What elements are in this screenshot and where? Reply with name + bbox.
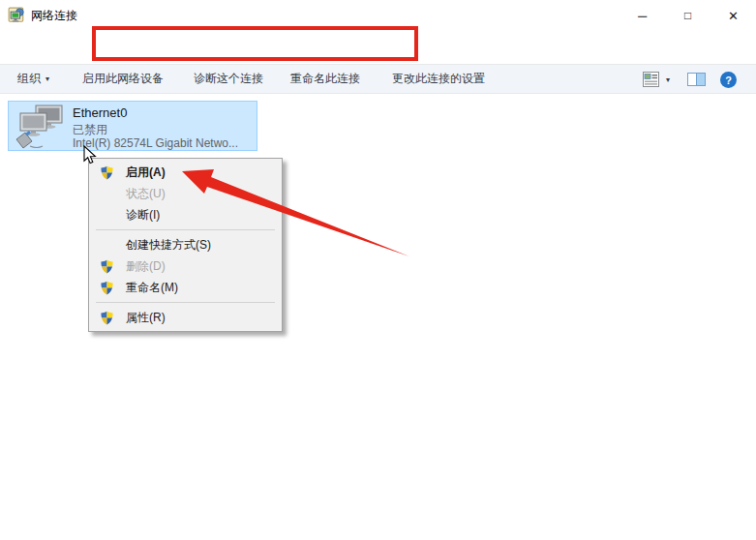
view-list-icon [643, 72, 659, 87]
change-view-button[interactable]: ▾ [643, 72, 670, 87]
rename-connection-button[interactable]: 重命名此连接 [290, 65, 360, 93]
disabled-network-adapter-icon [14, 105, 68, 149]
maximize-button[interactable]: □ [665, 0, 711, 31]
menu-icon-spacer [100, 207, 118, 223]
menu-separator [96, 302, 275, 303]
uac-shield-icon [100, 280, 118, 295]
network-connections-icon [8, 7, 25, 24]
menu-item-status: 状态(U) [89, 183, 282, 204]
menu-item-properties-label: 属性(R) [126, 310, 166, 326]
menu-item-delete-label: 删除(D) [126, 258, 166, 275]
menu-item-create-shortcut[interactable]: 创建快捷方式(S) [89, 234, 282, 255]
connection-adapter: Intel(R) 82574L Gigabit Netwo... [73, 136, 238, 150]
organize-caret-icon: ▾ [45, 75, 49, 83]
menu-icon-spacer [100, 237, 118, 253]
preview-pane-button[interactable] [687, 73, 706, 86]
command-bar: 组织▾ 启用此网络设备 诊断这个连接 重命名此连接 更改此连接的设置 ▾ ? [0, 64, 756, 94]
menu-item-create-shortcut-label: 创建快捷方式(S) [126, 237, 211, 254]
connection-name: Ethernet0 [73, 105, 127, 120]
menu-item-properties[interactable]: 属性(R) [89, 307, 282, 328]
menu-item-rename-label: 重命名(M) [126, 280, 178, 296]
diagnose-connection-button[interactable]: 诊断这个连接 [194, 65, 263, 93]
menu-icon-spacer [100, 186, 118, 201]
help-button[interactable]: ? [720, 72, 737, 88]
window-title: 网络连接 [31, 0, 77, 31]
title-bar: 网络连接 ─ □ ✕ [0, 0, 756, 31]
uac-shield-icon [100, 310, 118, 325]
uac-shield-icon [100, 165, 118, 180]
change-settings-button[interactable]: 更改此连接的设置 [392, 65, 485, 93]
uac-shield-icon [100, 258, 118, 274]
view-caret-icon: ▾ [666, 75, 670, 84]
context-menu: 启用(A) 状态(U) 诊断(I) 创建快捷方式(S) 删除(D) 重命名(M)… [88, 158, 283, 332]
menu-item-diagnose-label: 诊断(I) [126, 207, 160, 224]
minimize-button[interactable]: ─ [620, 0, 665, 31]
preview-pane-icon [696, 74, 705, 85]
organize-button[interactable]: 组织▾ [17, 65, 49, 93]
enable-device-button[interactable]: 启用此网络设备 [82, 65, 164, 93]
menu-item-rename[interactable]: 重命名(M) [89, 277, 282, 298]
menu-item-enable[interactable]: 启用(A) [89, 162, 282, 183]
connection-item-ethernet0[interactable]: Ethernet0 已禁用 Intel(R) 82574L Gigabit Ne… [8, 101, 257, 151]
menu-item-delete: 删除(D) [89, 255, 282, 277]
address-row: ← → ∨ ↑ › 控制面板 › 网络和 Internet › 网络连接 › ∨… [0, 31, 756, 64]
close-button[interactable]: ✕ [711, 0, 756, 31]
menu-item-enable-label: 启用(A) [126, 165, 166, 181]
menu-item-diagnose[interactable]: 诊断(I) [89, 204, 282, 225]
menu-separator [96, 229, 275, 230]
menu-item-status-label: 状态(U) [126, 186, 166, 202]
organize-label: 组织 [17, 72, 41, 85]
